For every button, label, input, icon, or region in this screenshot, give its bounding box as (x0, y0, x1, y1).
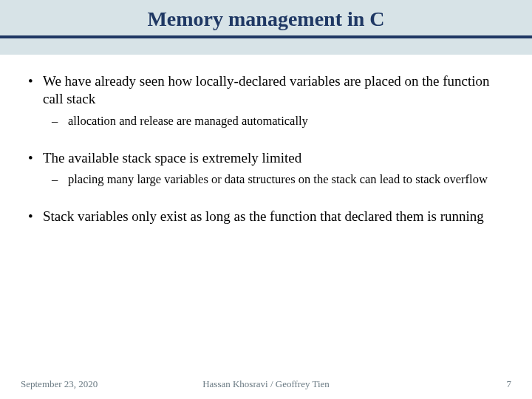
sub-bullet-item: allocation and release are managed autom… (47, 113, 505, 129)
sub-bullet-text: placing many large variables or data str… (68, 172, 488, 186)
sub-bullet-item: placing many large variables or data str… (47, 171, 505, 187)
bullet-text: The available stack space is extremely l… (43, 150, 301, 166)
sub-bullet-text: allocation and release are managed autom… (68, 114, 308, 128)
bullet-item: Stack variables only exist as long as th… (27, 208, 505, 225)
slide-content: We have already seen how locally-declare… (0, 55, 532, 378)
bullet-text: Stack variables only exist as long as th… (43, 208, 484, 224)
slide-footer: September 23, 2020 Hassan Khosravi / Geo… (0, 378, 532, 399)
bullet-item: The available stack space is extremely l… (27, 149, 505, 187)
footer-page-number: 7 (507, 378, 512, 390)
bullet-list: We have already seen how locally-declare… (27, 72, 505, 225)
sub-bullet-list: allocation and release are managed autom… (43, 113, 505, 129)
sub-bullet-list: placing many large variables or data str… (43, 171, 505, 187)
bullet-item: We have already seen how locally-declare… (27, 72, 505, 129)
slide: Memory management in C We have already s… (0, 0, 532, 399)
title-band: Memory management in C (0, 0, 532, 55)
slide-title: Memory management in C (0, 4, 532, 35)
footer-date: September 23, 2020 (21, 378, 98, 390)
bullet-text: We have already seen how locally-declare… (43, 73, 490, 106)
title-band-bottom (0, 38, 532, 55)
